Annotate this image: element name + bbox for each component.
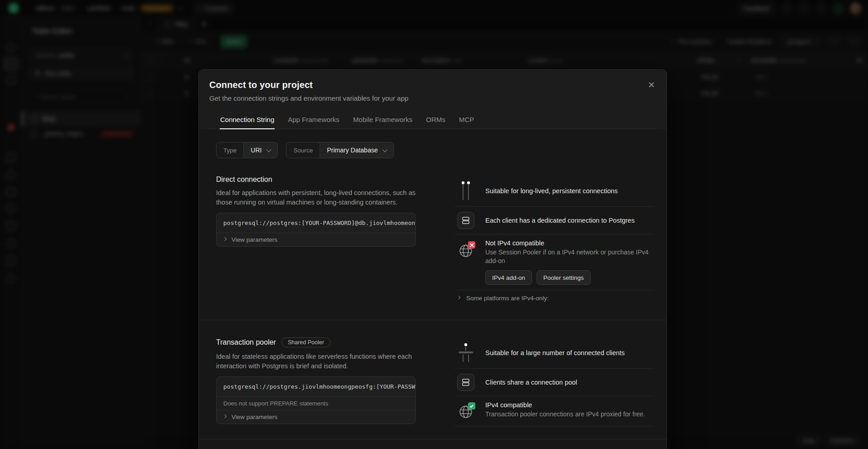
chevron-right-icon	[223, 415, 227, 418]
chevron-right-icon	[223, 237, 227, 241]
info-subtext: Use Session Pooler if on a IPv4 network …	[485, 248, 653, 265]
shared-pooler-badge: Shared Pooler	[281, 337, 330, 347]
database-server-icon	[457, 212, 474, 229]
view-parameters-label: View parameters	[232, 414, 277, 420]
type-select[interactable]: Type URI	[216, 142, 278, 158]
tab-orms[interactable]: ORMs	[426, 111, 446, 129]
success-badge-icon	[468, 402, 475, 410]
ipv4-only-platforms-toggle[interactable]: Some platforms are IPv4-only:	[454, 290, 654, 307]
info-row: Suitable for long-lived, persistent conn…	[454, 176, 654, 206]
section-direct-connection: Direct connection Ideal for applications…	[199, 158, 666, 320]
tab-mobile-frameworks[interactable]: Mobile Frameworks	[353, 111, 413, 129]
collapse-label: Some platforms are IPv4-only:	[466, 295, 549, 302]
connect-modal: Connect to your project Get the connecti…	[198, 69, 667, 449]
info-text: Each client has a dedicated connection t…	[485, 217, 635, 224]
section-title: Transaction pooler	[216, 338, 276, 347]
info-text: Suitable for a large number of connected…	[485, 349, 625, 356]
connection-string-value[interactable]: postgresql://postgres:[YOUR-PASSWORD]@db…	[217, 213, 415, 233]
type-label: Type	[217, 142, 244, 158]
close-button[interactable]	[645, 78, 658, 92]
persistent-connections-icon	[458, 181, 473, 201]
tab-mcp[interactable]: MCP	[459, 111, 474, 129]
direct-info-panel: Suitable for long-lived, persistent conn…	[454, 176, 654, 307]
info-row: Each client has a dedicated connection t…	[454, 206, 654, 234]
info-text: Clients share a connection pool	[485, 379, 577, 386]
prepare-statements-note: Does not support PREPARE statements	[217, 396, 415, 410]
pooler-settings-button[interactable]: Pooler settings	[537, 270, 591, 285]
error-badge-icon	[468, 241, 475, 249]
close-icon	[648, 82, 655, 88]
view-parameters-toggle[interactable]: View parameters	[217, 410, 415, 424]
view-parameters-label: View parameters	[232, 236, 277, 243]
info-row: Suitable for a large number of connected…	[454, 337, 654, 368]
section-description: Ideal for stateless applications like se…	[216, 352, 416, 371]
database-server-icon	[457, 374, 474, 391]
screen: laffans free / portfolio / main Producti…	[0, 0, 868, 449]
info-row: Not IPv4 compatible Use Session Pooler i…	[454, 234, 654, 290]
section-session-pooler: Session pooler Shared Pooler Only recomm…	[199, 439, 666, 449]
section-transaction-pooler: Transaction pooler Shared Pooler Ideal f…	[199, 320, 666, 439]
source-label: Source	[286, 142, 320, 158]
section-title: Direct connection	[216, 176, 272, 184]
modal-tabs: Connection String App Frameworks Mobile …	[209, 111, 656, 129]
connection-controls: Type URI Source Primary Database	[199, 129, 666, 158]
connection-string-block: postgresql://postgres:[YOUR-PASSWORD]@db…	[216, 213, 416, 247]
view-parameters-toggle[interactable]: View parameters	[217, 233, 415, 246]
source-value: Primary Database	[327, 146, 378, 154]
type-value: URI	[251, 146, 261, 154]
globe-icon	[458, 243, 473, 259]
info-row: IPv4 compatible Transaction pooler conne…	[454, 396, 654, 426]
tab-app-frameworks[interactable]: App Frameworks	[287, 111, 340, 129]
ipv4-addon-button[interactable]: IPv4 add-on	[485, 270, 532, 285]
globe-icon	[458, 404, 473, 420]
info-row: Clients share a connection pool	[454, 368, 654, 396]
transaction-info-panel: Suitable for a large number of connected…	[454, 337, 654, 426]
chevron-down-icon	[266, 147, 271, 152]
tab-connection-string[interactable]: Connection String	[220, 111, 275, 129]
chevron-down-icon	[383, 147, 388, 152]
info-subtext: Transaction pooler connections are IPv4 …	[485, 410, 645, 419]
chevron-right-icon	[457, 296, 460, 299]
modal-body: Type URI Source Primary Database	[199, 129, 666, 449]
modal-title: Connect to your project	[209, 80, 656, 90]
connection-string-block: postgresql://postgres.jiovlmhoomeongpeos…	[216, 376, 416, 424]
modal-subtitle: Get the connection strings and environme…	[209, 94, 656, 102]
info-title: Not IPv4 compatible	[485, 239, 653, 247]
section-description: Ideal for applications with persistent, …	[216, 188, 416, 207]
modal-header: Connect to your project Get the connecti…	[199, 70, 666, 129]
info-text: Suitable for long-lived, persistent conn…	[485, 187, 618, 195]
info-title: IPv4 compatible	[485, 401, 645, 409]
connection-string-value[interactable]: postgresql://postgres.jiovlmhoomeongpeos…	[217, 377, 415, 396]
source-select[interactable]: Source Primary Database	[286, 142, 394, 158]
connection-pool-icon	[458, 342, 473, 363]
